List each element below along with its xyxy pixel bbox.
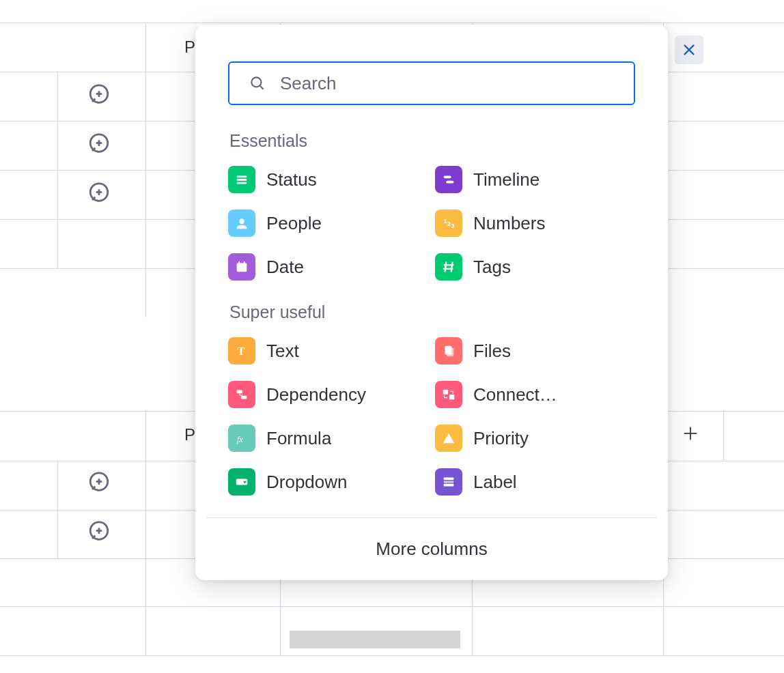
option-priority[interactable]: Priority: [435, 425, 635, 452]
option-dependency[interactable]: Dependency: [228, 381, 428, 408]
date-icon: [228, 253, 255, 281]
people-icon: [228, 210, 255, 237]
more-columns-button[interactable]: More columns: [228, 518, 635, 560]
super-useful-grid: T Text Files Dependency Connect… fx: [228, 337, 635, 496]
option-people[interactable]: People: [228, 210, 428, 237]
svg-text:3: 3: [451, 223, 455, 229]
tags-icon: [435, 253, 462, 281]
option-label: Status: [266, 169, 317, 190]
option-timeline[interactable]: Timeline: [435, 166, 635, 193]
svg-text:fx: fx: [237, 435, 244, 444]
svg-rect-31: [237, 263, 247, 266]
option-label: Tags: [473, 257, 511, 278]
text-icon: T: [228, 337, 255, 364]
svg-line-35: [451, 262, 453, 272]
numbers-icon: 123: [435, 210, 462, 237]
status-icon: [228, 166, 255, 193]
option-date[interactable]: Date: [228, 253, 428, 281]
option-label: Files: [473, 341, 511, 362]
svg-line-20: [260, 85, 263, 89]
add-comment-icon[interactable]: [87, 520, 111, 543]
option-label: Text: [266, 341, 299, 362]
section-heading-super-useful: Super useful: [228, 302, 635, 322]
svg-point-26: [239, 219, 244, 224]
svg-rect-24: [444, 176, 451, 179]
svg-rect-44: [449, 395, 454, 399]
option-tags[interactable]: Tags: [435, 253, 635, 281]
option-label: Formula: [266, 428, 331, 449]
option-connect[interactable]: Connect…: [435, 381, 635, 408]
add-comment-icon[interactable]: [87, 471, 111, 494]
svg-text:2: 2: [447, 221, 451, 227]
close-button[interactable]: [675, 35, 703, 64]
svg-rect-22: [237, 179, 247, 181]
svg-rect-33: [244, 261, 245, 265]
svg-rect-43: [443, 390, 448, 395]
files-icon: [435, 337, 462, 364]
option-label: Numbers: [473, 213, 545, 234]
option-label: Dependency: [266, 384, 366, 405]
option-label: Connect…: [473, 384, 557, 405]
svg-rect-25: [446, 181, 453, 184]
svg-rect-21: [237, 176, 247, 178]
svg-rect-47: [444, 478, 454, 481]
svg-rect-41: [237, 390, 242, 394]
svg-rect-32: [238, 261, 240, 265]
option-numbers[interactable]: 123 Numbers: [435, 210, 635, 237]
option-label-text: Label: [473, 472, 517, 493]
svg-rect-48: [444, 481, 454, 483]
option-label: Priority: [473, 428, 529, 449]
option-label: Timeline: [473, 169, 540, 190]
svg-text:T: T: [238, 345, 245, 358]
option-text[interactable]: T Text: [228, 337, 428, 364]
formula-icon: fx: [228, 425, 255, 452]
column-header-behind: P: [184, 38, 195, 57]
svg-point-19: [251, 77, 261, 87]
dependency-icon: [228, 381, 255, 408]
add-column-button[interactable]: [681, 423, 700, 448]
label-icon: [435, 468, 462, 496]
svg-rect-23: [237, 182, 247, 184]
column-type-picker: Essentials Status Timeline People 123 Nu…: [195, 25, 668, 580]
svg-rect-49: [444, 484, 454, 487]
priority-icon: [435, 425, 462, 452]
svg-text:1: 1: [444, 218, 447, 225]
essentials-grid: Status Timeline People 123 Numbers Date: [228, 166, 635, 281]
connect-icon: [435, 381, 462, 408]
cell-placeholder: [290, 631, 460, 648]
add-comment-icon[interactable]: [87, 182, 111, 205]
option-dropdown[interactable]: Dropdown: [228, 468, 428, 496]
svg-rect-42: [241, 396, 247, 399]
option-label: Date: [266, 257, 304, 278]
svg-line-34: [445, 262, 447, 272]
search-box[interactable]: [228, 61, 635, 105]
dropdown-icon: [228, 468, 255, 496]
option-files[interactable]: Files: [435, 337, 635, 364]
add-comment-icon[interactable]: [87, 132, 111, 156]
timeline-icon: [435, 166, 462, 193]
column-header-behind-2: P: [184, 425, 195, 444]
search-icon: [249, 74, 266, 92]
option-formula[interactable]: fx Formula: [228, 425, 428, 452]
option-label: People: [266, 213, 322, 234]
svg-rect-40: [447, 347, 453, 356]
option-label[interactable]: Label: [435, 468, 635, 496]
option-label: Dropdown: [266, 472, 348, 493]
section-heading-essentials: Essentials: [228, 131, 635, 151]
option-status[interactable]: Status: [228, 166, 428, 193]
search-input[interactable]: [280, 73, 615, 94]
add-comment-icon[interactable]: [87, 83, 111, 106]
